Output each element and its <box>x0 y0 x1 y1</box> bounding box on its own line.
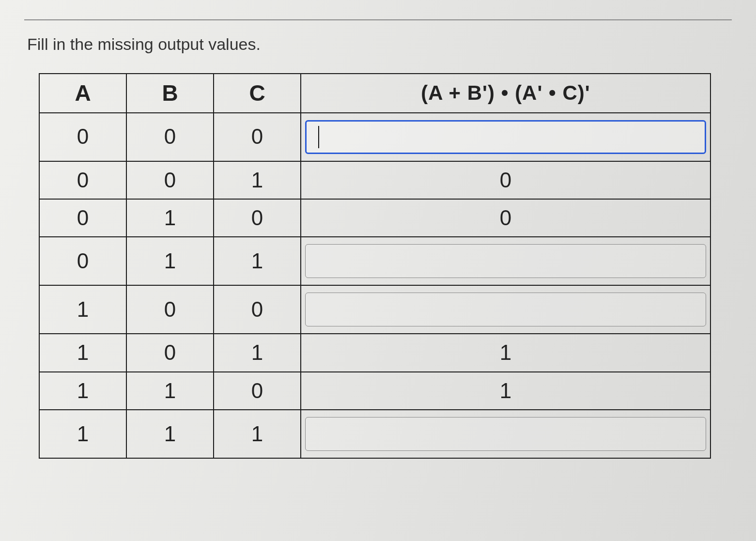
table-row: 0100 <box>39 199 710 237</box>
cell-b: 0 <box>126 113 214 161</box>
output-input-field[interactable] <box>305 293 706 326</box>
cell-output <box>301 113 710 161</box>
cell-output: 1 <box>301 334 710 371</box>
cell-a: 1 <box>39 410 126 458</box>
cell-a: 0 <box>39 113 126 161</box>
text-cursor <box>318 126 319 148</box>
output-input[interactable] <box>306 293 706 326</box>
cell-c: 0 <box>214 285 301 334</box>
table-header-row: A B C (A + B') • (A' • C)' <box>39 74 710 113</box>
cell-b: 0 <box>126 285 214 334</box>
cell-c: 0 <box>214 372 301 410</box>
truth-table: A B C (A + B') • (A' • C)' 0000010010001… <box>39 73 711 459</box>
cell-output <box>301 285 710 334</box>
output-input[interactable] <box>306 417 706 450</box>
output-input-field[interactable] <box>305 120 706 154</box>
cell-c: 1 <box>214 410 301 458</box>
cell-a: 1 <box>39 372 126 410</box>
output-value: 0 <box>500 206 511 230</box>
cell-b: 1 <box>126 410 214 458</box>
table-row: 0010 <box>39 161 710 199</box>
cell-output: 0 <box>301 199 710 237</box>
cell-b: 0 <box>126 161 214 199</box>
output-input-field[interactable] <box>305 244 706 278</box>
table-row: 1101 <box>39 372 710 410</box>
cell-b: 1 <box>126 237 214 285</box>
cell-c: 1 <box>214 237 301 285</box>
cell-b: 0 <box>126 334 214 371</box>
cell-a: 0 <box>39 199 126 237</box>
cell-c: 0 <box>214 199 301 237</box>
table-row: 1011 <box>39 334 710 371</box>
output-value: 0 <box>500 168 511 192</box>
table-row: 000 <box>39 113 710 161</box>
cell-a: 1 <box>39 334 126 371</box>
cell-b: 1 <box>126 199 214 237</box>
header-a: A <box>39 74 126 113</box>
header-b: B <box>126 74 214 113</box>
divider-line <box>24 19 732 20</box>
table-row: 100 <box>39 285 710 334</box>
cell-output <box>301 410 710 458</box>
output-value: 1 <box>500 340 511 364</box>
cell-a: 1 <box>39 285 126 334</box>
cell-c: 0 <box>214 113 301 161</box>
instruction-text: Fill in the missing output values. <box>27 35 732 54</box>
table-row: 111 <box>39 410 710 458</box>
cell-output: 0 <box>301 161 710 199</box>
cell-a: 0 <box>39 161 126 199</box>
output-input[interactable] <box>306 245 706 278</box>
table-row: 011 <box>39 237 710 285</box>
header-output-expression: (A + B') • (A' • C)' <box>301 74 710 113</box>
cell-a: 0 <box>39 237 126 285</box>
cell-c: 1 <box>214 334 301 371</box>
cell-b: 1 <box>126 372 214 410</box>
cell-c: 1 <box>214 161 301 199</box>
cell-output: 1 <box>301 372 710 410</box>
header-c: C <box>214 74 301 113</box>
worksheet-page: Fill in the missing output values. A B C… <box>0 0 756 541</box>
cell-output <box>301 237 710 285</box>
output-input-field[interactable] <box>305 417 706 451</box>
output-value: 1 <box>500 379 511 402</box>
